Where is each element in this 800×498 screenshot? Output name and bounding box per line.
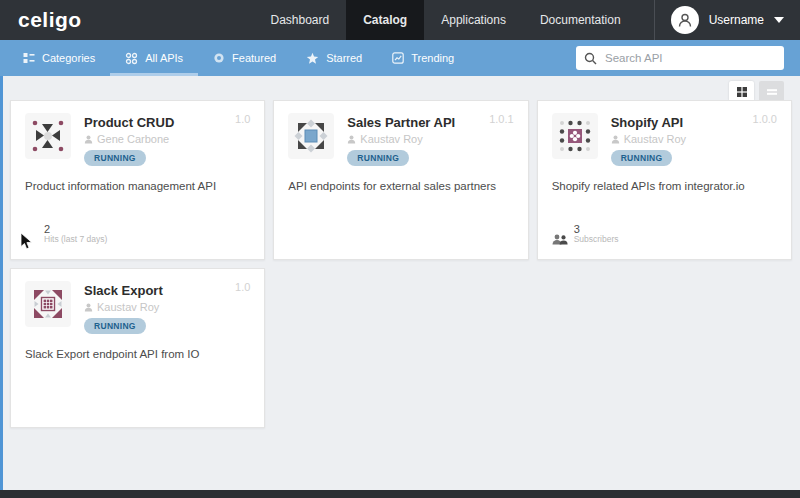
status-badge: RUNNING xyxy=(347,150,409,166)
status-badge: RUNNING xyxy=(84,150,146,166)
person-icon xyxy=(84,135,93,144)
celigo-logo: celigo xyxy=(18,8,82,32)
main-nav: Dashboard Catalog Applications Documenta… xyxy=(253,0,800,40)
subscribers-icon xyxy=(552,234,568,245)
tab-trending-label: Trending xyxy=(411,52,454,64)
author-name: Gene Carbone xyxy=(97,133,169,145)
caret-down-icon xyxy=(774,17,784,23)
tab-starred[interactable]: Starred xyxy=(291,40,377,76)
card-title-block: Product CRUD Gene Carbone RUNNING xyxy=(84,113,174,166)
user-menu[interactable]: Username xyxy=(655,0,800,40)
tab-categories[interactable]: Categories xyxy=(8,40,110,76)
tab-trending[interactable]: Trending xyxy=(377,40,469,76)
card-header: Product CRUD Gene Carbone RUNNING xyxy=(25,113,250,166)
api-description: API endpoints for external sales partner… xyxy=(288,179,513,194)
api-description: Slack Export endpoint API from IO xyxy=(25,347,250,362)
search-box xyxy=(576,46,784,70)
api-card-grid: 1.0 Product CRUD xyxy=(10,100,792,428)
api-identicon xyxy=(25,281,71,327)
status-badge: RUNNING xyxy=(84,318,146,334)
username-label: Username xyxy=(709,13,764,27)
tab-featured-label: Featured xyxy=(232,52,276,64)
api-title: Shopify API xyxy=(611,115,686,130)
tab-categories-label: Categories xyxy=(42,52,95,64)
catalog-toolbar: Categories All APIs Featured Starred Tre… xyxy=(0,40,800,76)
api-identicon xyxy=(25,113,71,159)
window-bottom-edge xyxy=(0,490,800,498)
api-title: Sales Partner API xyxy=(347,115,455,130)
catalog-content: 1.0 Product CRUD xyxy=(0,76,800,490)
person-icon xyxy=(347,135,356,144)
nav-item-dashboard[interactable]: Dashboard xyxy=(253,0,346,40)
grid-view-button[interactable] xyxy=(729,81,754,102)
tab-all-apis-label: All APIs xyxy=(145,52,183,64)
trending-icon xyxy=(392,52,404,64)
api-description: Shopify related APIs from integrator.io xyxy=(552,179,777,194)
version-label: 1.0.1 xyxy=(489,113,513,125)
api-title: Product CRUD xyxy=(84,115,174,130)
author-name: Kaustav Roy xyxy=(624,133,686,145)
grid-view-icon xyxy=(736,86,748,98)
api-identicon xyxy=(552,113,598,159)
api-card-slack-export[interactable]: 1.0 xyxy=(10,268,265,428)
mouse-cursor xyxy=(20,232,33,250)
card-header: Shopify API Kaustav Roy RUNNING xyxy=(552,113,777,166)
view-toggles xyxy=(729,81,784,102)
card-title-block: Slack Export Kaustav Roy RUNNING xyxy=(84,281,163,334)
author-name: Kaustav Roy xyxy=(360,133,422,145)
nav-item-documentation[interactable]: Documentation xyxy=(523,0,638,40)
card-header: Slack Export Kaustav Roy RUNNING xyxy=(25,281,250,334)
api-author: Kaustav Roy xyxy=(611,133,686,145)
nav-item-applications[interactable]: Applications xyxy=(424,0,523,40)
star-icon xyxy=(306,52,319,65)
card-stat: 2 Hits (last 7 days) xyxy=(25,223,250,247)
stat-label: Hits (last 7 days) xyxy=(44,235,107,245)
api-author: Gene Carbone xyxy=(84,133,174,145)
categories-icon xyxy=(23,52,35,64)
person-icon xyxy=(611,135,620,144)
status-badge: RUNNING xyxy=(611,150,673,166)
api-identicon xyxy=(288,113,334,159)
person-icon xyxy=(676,11,694,29)
tab-all-apis[interactable]: All APIs xyxy=(110,40,198,76)
tab-starred-label: Starred xyxy=(326,52,362,64)
api-card-shopify[interactable]: 1.0.0 Shopify API xyxy=(537,100,792,260)
tab-featured[interactable]: Featured xyxy=(198,40,291,76)
api-author: Kaustav Roy xyxy=(84,301,163,313)
avatar xyxy=(671,6,699,34)
card-header: Sales Partner API Kaustav Roy RUNNING xyxy=(288,113,513,166)
version-label: 1.0.0 xyxy=(753,113,777,125)
list-view-button[interactable] xyxy=(759,81,784,102)
api-author: Kaustav Roy xyxy=(347,133,455,145)
version-label: 1.0 xyxy=(235,281,250,293)
api-title: Slack Export xyxy=(84,283,163,298)
version-label: 1.0 xyxy=(235,113,250,125)
api-description: Product information management API xyxy=(25,179,250,194)
person-icon xyxy=(84,303,93,312)
author-name: Kaustav Roy xyxy=(97,301,159,313)
card-title-block: Shopify API Kaustav Roy RUNNING xyxy=(611,113,686,166)
featured-icon xyxy=(213,52,225,64)
all-apis-icon xyxy=(125,52,138,65)
stat-label: Subscribers xyxy=(574,235,619,245)
api-card-product-crud[interactable]: 1.0 Product CRUD xyxy=(10,100,265,260)
list-view-icon xyxy=(766,86,778,98)
card-title-block: Sales Partner API Kaustav Roy RUNNING xyxy=(347,113,455,166)
nav-item-catalog[interactable]: Catalog xyxy=(346,0,424,40)
api-card-sales-partner[interactable]: 1.0.1 Sales Partn xyxy=(273,100,528,260)
card-stat: 3 Subscribers xyxy=(552,223,777,247)
search-icon xyxy=(584,52,597,65)
app-header: celigo Dashboard Catalog Applications Do… xyxy=(0,0,800,40)
search-input[interactable] xyxy=(603,51,776,65)
